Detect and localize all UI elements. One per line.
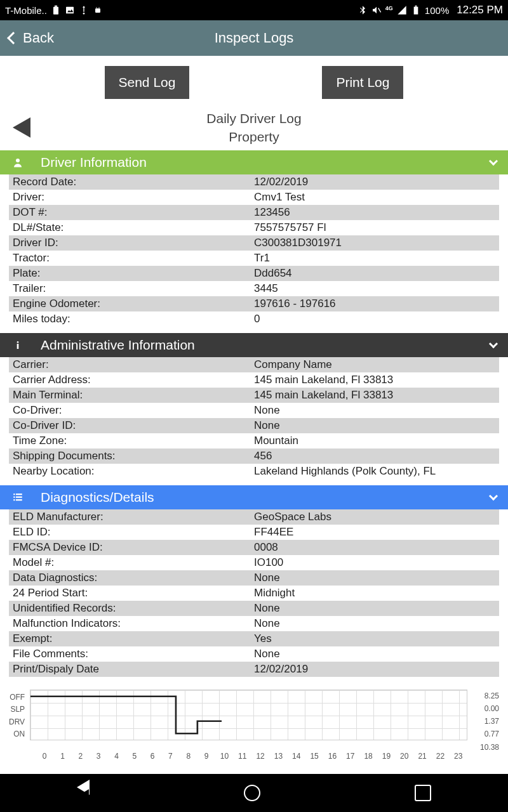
svg-rect-18	[16, 496, 22, 497]
admin-info-rows: Carrier:Company NameCarrier Address:145 …	[0, 357, 508, 479]
row-label: Record Date:	[13, 176, 254, 188]
nav-recent-icon[interactable]	[415, 785, 431, 801]
mute-icon	[371, 5, 382, 15]
battery-icon	[411, 5, 421, 15]
signal-icon	[397, 5, 407, 15]
chevron-down-icon	[489, 339, 498, 348]
data-row: Engine Odometer:197616 - 197616	[9, 296, 499, 311]
usb-icon	[79, 5, 89, 15]
x-tick: 9	[197, 752, 215, 761]
android-nav-bar	[0, 774, 508, 812]
row-label: Co-Driver ID:	[13, 419, 254, 432]
row-value: None	[254, 572, 495, 584]
admin-info-header[interactable]: Administrative Information	[0, 333, 508, 357]
battery-small-icon	[51, 5, 61, 15]
admin-info-heading: Administrative Information	[41, 337, 195, 353]
x-tick: 7	[161, 752, 179, 761]
data-row: Driver ID:C300381D301971	[9, 235, 499, 251]
row-value: IO100	[254, 556, 495, 569]
data-row: DL#/State:7557575757 Fl	[9, 220, 499, 235]
chart-y-labels: OFF SLP DRV ON	[9, 690, 30, 740]
y-label-slp: SLP	[9, 705, 25, 714]
doc-title-line1: Daily Driver Log	[30, 109, 478, 128]
row-value: None	[254, 648, 495, 660]
svg-point-6	[96, 7, 97, 8]
row-value: 0008	[254, 541, 495, 554]
data-row: Nearby Location:Lakeland Highlands (Polk…	[9, 464, 499, 479]
row-label: DL#/State:	[13, 221, 254, 234]
x-tick: 18	[359, 752, 377, 761]
driver-info-header[interactable]: Driver Information	[0, 150, 508, 174]
total-off: 8.25	[472, 690, 499, 702]
svg-rect-11	[415, 6, 417, 7]
data-row: ELD Manufacturer:GeoSpace Labs	[9, 509, 499, 525]
total-slp: 0.00	[472, 702, 499, 715]
nav-home-icon[interactable]	[244, 785, 260, 801]
row-label: Nearby Location:	[13, 465, 254, 478]
diagnostics-section: Diagnostics/Details ELD Manufacturer:Geo…	[0, 485, 508, 677]
nav-back-icon[interactable]	[77, 780, 90, 806]
svg-rect-0	[53, 7, 58, 15]
diagnostics-rows: ELD Manufacturer:GeoSpace LabsELD ID:FF4…	[0, 509, 508, 677]
chart-totals: 8.25 0.00 1.37 0.77	[467, 690, 499, 740]
data-row: FMCSA Device ID:0008	[9, 540, 499, 555]
svg-rect-15	[13, 494, 15, 495]
network-4g-icon: 4G	[385, 5, 393, 15]
data-row: Time Zone:Mountain	[9, 433, 499, 449]
row-label: Plate:	[13, 267, 254, 280]
back-button[interactable]: Back	[9, 30, 54, 46]
data-row: File Comments:None	[9, 646, 499, 662]
diagnostics-header[interactable]: Diagnostics/Details	[0, 485, 508, 509]
row-label: Trailer:	[13, 282, 254, 295]
svg-rect-20	[16, 499, 22, 501]
row-value: Ddd654	[254, 267, 495, 280]
data-row: Model #:IO100	[9, 555, 499, 570]
row-label: Carrier Address:	[13, 374, 254, 386]
row-label: Carrier:	[13, 358, 254, 371]
row-value: C300381D301971	[254, 237, 495, 249]
user-icon	[11, 157, 24, 168]
svg-point-7	[98, 7, 99, 8]
row-label: Shipping Documents:	[13, 450, 254, 462]
document-title-row: Daily Driver Log Property	[0, 109, 508, 147]
chart-x-axis: 01234567891011121314151617181920212223	[0, 752, 508, 761]
row-value: None	[254, 602, 495, 615]
row-value: 0	[254, 313, 495, 325]
page-title: Inspect Logs	[215, 30, 294, 46]
row-value: None	[254, 404, 495, 417]
row-label: Model #:	[13, 556, 254, 569]
x-tick: 23	[450, 752, 467, 761]
row-value: 456	[254, 450, 495, 462]
print-log-button[interactable]: Print Log	[322, 66, 403, 99]
chart-grand-total: 10.38	[0, 743, 508, 752]
x-tick: 4	[107, 752, 125, 761]
row-value: Company Name	[254, 358, 495, 371]
y-label-on: ON	[9, 730, 25, 738]
row-value: None	[254, 419, 495, 432]
svg-point-13	[17, 341, 19, 343]
send-log-button[interactable]: Send Log	[105, 66, 190, 99]
row-label: Exempt:	[13, 632, 254, 645]
data-row: Trailer:3445	[9, 281, 499, 296]
y-label-off: OFF	[9, 693, 25, 702]
chevron-down-icon	[489, 492, 498, 501]
x-tick: 1	[53, 752, 71, 761]
data-row: Malfunction Indicators:None	[9, 616, 499, 631]
x-tick: 20	[396, 752, 413, 761]
data-row: Exempt:Yes	[9, 631, 499, 646]
x-tick: 15	[305, 752, 323, 761]
svg-marker-9	[398, 6, 406, 14]
battery-percent: 100%	[425, 5, 449, 16]
image-icon	[65, 5, 75, 15]
row-label: Malfunction Indicators:	[13, 617, 254, 630]
row-label: ELD ID:	[13, 526, 254, 539]
diagnostics-heading: Diagnostics/Details	[41, 490, 154, 505]
row-value: FF44EE	[254, 526, 495, 539]
svg-rect-5	[95, 8, 100, 13]
x-tick: 21	[413, 752, 431, 761]
data-row: Carrier:Company Name	[9, 357, 499, 372]
prev-arrow-icon[interactable]	[13, 117, 30, 138]
data-row: Co-Driver ID:None	[9, 418, 499, 433]
total-on: 0.77	[472, 728, 499, 740]
svg-rect-17	[13, 496, 15, 497]
